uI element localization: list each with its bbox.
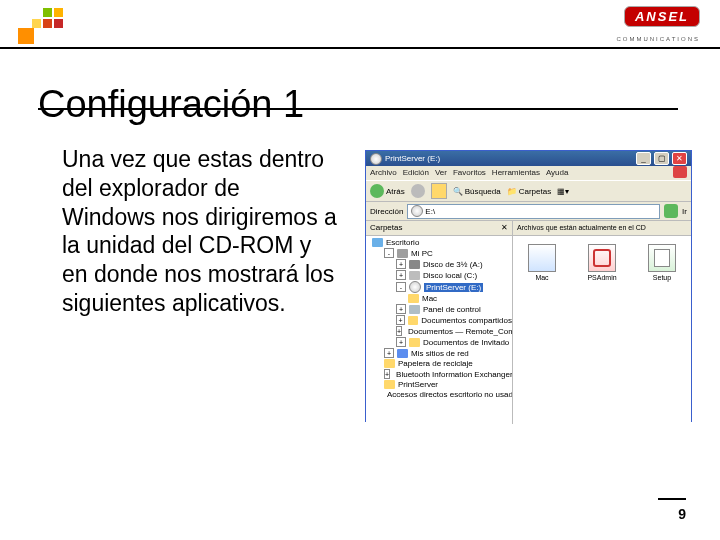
address-input[interactable]: E:\: [407, 204, 660, 219]
control-panel-icon: [409, 305, 420, 314]
expand-icon[interactable]: +: [396, 270, 406, 280]
expand-icon[interactable]: +: [396, 259, 406, 269]
tree-printsrv[interactable]: PrintServer: [372, 380, 512, 389]
menu-fav[interactable]: Favoritos: [453, 166, 486, 180]
cd-icon: [411, 205, 423, 217]
expand-icon[interactable]: +: [384, 348, 394, 358]
app-icon: [588, 244, 616, 272]
tree-docs-remote[interactable]: +Documentos — Remote_Compaq: [372, 326, 512, 336]
explorer-content-pane[interactable]: Archivos que están actualmente en el CD …: [513, 221, 691, 424]
explorer-toolbar: Atrás 🔍 Búsqueda 📁 Carpetas ▦▾: [366, 180, 691, 202]
slide-body-text: Una vez que estas dentro del explorador …: [38, 145, 338, 318]
app-mac[interactable]: Mac: [521, 244, 563, 416]
top-rule: [0, 47, 720, 49]
back-icon: [370, 184, 384, 198]
folder-icon: [384, 380, 395, 389]
app-psadmin[interactable]: PSAdmin: [581, 244, 623, 416]
page-number-rule: [658, 498, 686, 500]
slide-title: Configuración 1: [38, 83, 304, 126]
minimize-button[interactable]: _: [636, 152, 651, 165]
tree-netplaces[interactable]: +Mis sitios de red: [372, 348, 512, 358]
app-setup[interactable]: Setup: [641, 244, 683, 416]
recycle-icon: [384, 359, 395, 368]
menu-file[interactable]: Archivo: [370, 166, 397, 180]
forward-button[interactable]: [411, 184, 425, 198]
tree-bluetooth[interactable]: +Bluetooth Information Exchanger: [372, 369, 512, 379]
search-button[interactable]: 🔍 Búsqueda: [453, 187, 501, 196]
collapse-icon[interactable]: -: [384, 248, 394, 258]
tree-docs-guest[interactable]: +Documentos de Invitado: [372, 337, 512, 347]
up-button[interactable]: [431, 183, 447, 199]
close-pane-button[interactable]: ✕: [501, 221, 508, 235]
tree-control-panel[interactable]: +Panel de control: [372, 304, 512, 314]
folder-icon: [408, 316, 418, 325]
tree-shortcuts[interactable]: Accesos directos escritorio no usados: [372, 390, 512, 399]
windows-flag-icon: [673, 166, 687, 178]
window-title: PrintServer (E:): [385, 151, 440, 166]
tree-hdd[interactable]: +Disco local (C:): [372, 270, 512, 280]
hdd-icon: [409, 271, 420, 280]
collapse-icon[interactable]: -: [396, 282, 406, 292]
folder-icon: [408, 294, 419, 303]
expand-icon[interactable]: +: [396, 315, 405, 325]
views-button[interactable]: ▦▾: [557, 187, 569, 196]
go-label: Ir: [682, 207, 687, 216]
app-icon: [528, 244, 556, 272]
explorer-addressbar: Dirección E:\ Ir: [366, 202, 691, 221]
expand-icon[interactable]: +: [396, 304, 406, 314]
menu-edit[interactable]: Edición: [403, 166, 429, 180]
folders-tree[interactable]: Carpetas✕ Escritorio -Mi PC +Disco de 3½…: [366, 221, 513, 424]
cd-icon: [370, 153, 382, 165]
content-header: Archivos que están actualmente en el CD: [513, 221, 691, 236]
back-button[interactable]: Atrás: [370, 184, 405, 198]
menu-tools[interactable]: Herramientas: [492, 166, 540, 180]
mypc-icon: [397, 249, 408, 258]
tree-mypc[interactable]: -Mi PC: [372, 248, 512, 258]
go-button[interactable]: [664, 204, 678, 218]
explorer-menubar[interactable]: Archivo Edición Ver Favoritos Herramient…: [366, 166, 691, 180]
tree-recycle[interactable]: Papelera de reciclaje: [372, 359, 512, 368]
brand-subtitle: COMMUNICATIONS: [616, 36, 700, 42]
expand-icon[interactable]: +: [396, 337, 406, 347]
folders-header: Carpetas: [370, 221, 402, 235]
tree-cd-child[interactable]: Mac: [372, 294, 512, 303]
cd-icon: [409, 281, 421, 293]
folders-button[interactable]: 📁 Carpetas: [507, 187, 551, 196]
address-label: Dirección: [370, 207, 403, 216]
tree-cd[interactable]: -PrintServer (E:): [372, 281, 512, 293]
folder-icon: [409, 338, 420, 347]
brand-logo: ANSEL COMMUNICATIONS: [616, 6, 700, 45]
menu-help[interactable]: Ayuda: [546, 166, 569, 180]
explorer-titlebar[interactable]: PrintServer (E:) _ ▢ ✕: [366, 151, 691, 166]
brand-name: ANSEL: [624, 6, 700, 27]
expand-icon[interactable]: +: [384, 369, 390, 379]
desktop-icon: [372, 238, 383, 247]
menu-view[interactable]: Ver: [435, 166, 447, 180]
expand-icon[interactable]: +: [396, 326, 402, 336]
floppy-icon: [409, 260, 420, 269]
tree-floppy[interactable]: +Disco de 3½ (A:): [372, 259, 512, 269]
page-number: 9: [678, 506, 686, 522]
app-icon: [648, 244, 676, 272]
close-button[interactable]: ✕: [672, 152, 687, 165]
tree-shared[interactable]: +Documentos compartidos: [372, 315, 512, 325]
tree-desktop[interactable]: Escritorio: [372, 238, 512, 247]
address-value: E:\: [425, 207, 435, 216]
maximize-button[interactable]: ▢: [654, 152, 669, 165]
title-rule: [38, 108, 678, 110]
network-icon: [397, 349, 408, 358]
explorer-window: PrintServer (E:) _ ▢ ✕ Archivo Edición V…: [365, 150, 692, 422]
brand-squares: [18, 8, 98, 48]
